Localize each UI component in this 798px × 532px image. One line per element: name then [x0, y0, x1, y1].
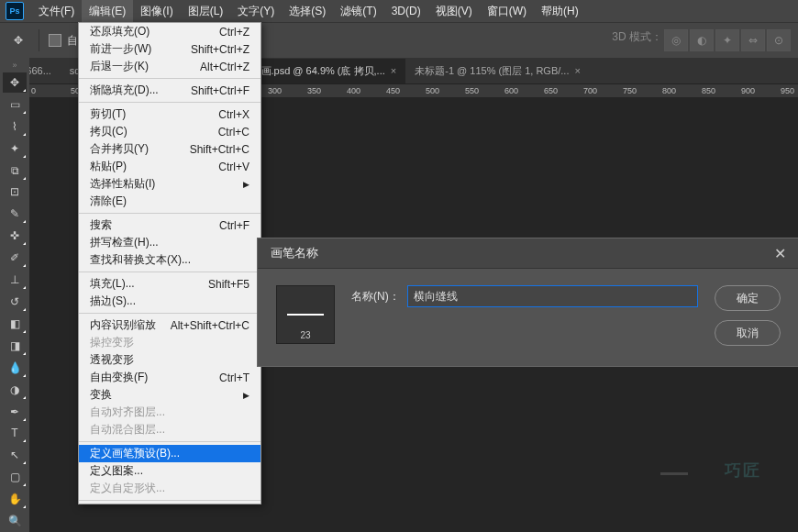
menu-item[interactable]: 描边(S)... — [79, 293, 260, 310]
menu-layer[interactable]: 图层(L) — [181, 0, 231, 23]
menu-file[interactable]: 文件(F) — [31, 0, 82, 23]
gradient-tool[interactable]: ◨ — [3, 336, 27, 356]
menu-item[interactable]: 拼写检查(H)... — [79, 234, 260, 251]
patch-tool[interactable]: ✜ — [3, 226, 27, 246]
menu-filter[interactable]: 滤镜(T) — [333, 0, 383, 23]
menu-item[interactable]: 粘贴(P)Ctrl+V — [79, 158, 260, 175]
brush-tool[interactable]: ✐ — [3, 248, 27, 268]
close-icon[interactable]: × — [574, 65, 580, 76]
menu-image[interactable]: 图像(I) — [133, 0, 180, 23]
menu-item[interactable]: 透视变形 — [79, 351, 260, 369]
lasso-tool[interactable]: ⌇ — [3, 116, 27, 137]
type-tool[interactable]: T — [3, 424, 27, 444]
stamp-tool[interactable]: ⊥ — [3, 270, 27, 290]
menu-item[interactable]: 变换▶ — [79, 386, 260, 404]
menu-item[interactable]: 选择性粘贴(I)▶ — [79, 175, 260, 193]
menu-item-label: 拼写检查(H)... — [90, 235, 159, 250]
menu-separator — [79, 441, 260, 442]
eyedropper-tool[interactable]: ✎ — [3, 204, 27, 224]
menu-item[interactable]: 内容识别缩放Alt+Shift+Ctrl+C — [79, 316, 260, 334]
brush-name-dialog: 画笔名称 ✕ 23 名称(N)： 确定 取消 — [257, 238, 798, 367]
marquee-tool[interactable]: ▭ — [3, 94, 27, 115]
watermark-line — [660, 472, 688, 475]
ruler-tick: 700 — [583, 86, 597, 95]
menu-select[interactable]: 选择(S) — [282, 0, 333, 23]
cancel-button[interactable]: 取消 — [715, 320, 781, 346]
menu-item[interactable]: 自由变换(F)Ctrl+T — [79, 369, 260, 386]
menu-item[interactable]: 定义画笔预设(B)... — [79, 445, 260, 462]
menu-shortcut: Shift+Ctrl+Z — [191, 43, 249, 56]
menu-item: 操控变形 — [79, 334, 260, 351]
menu-shortcut: Alt+Shift+Ctrl+C — [171, 319, 249, 332]
menu-item[interactable]: 定义图案... — [79, 462, 260, 480]
menu-window[interactable]: 窗口(W) — [480, 0, 534, 23]
menu-item-label: 描边(S)... — [90, 294, 136, 309]
3d-zoom-icon[interactable]: ⊙ — [767, 29, 791, 51]
menu-item[interactable]: 清除(E) — [79, 193, 260, 210]
brush-preview: 23 — [276, 285, 335, 344]
hand-tool[interactable]: ✋ — [3, 489, 27, 509]
close-icon[interactable]: ✕ — [774, 245, 786, 262]
brush-name-input[interactable] — [407, 285, 698, 307]
3d-roll-icon[interactable]: ◐ — [690, 29, 714, 51]
brush-size-label: 23 — [300, 330, 310, 340]
menu-item[interactable]: 填充(L)...Shift+F5 — [79, 275, 260, 293]
menu-view[interactable]: 视图(V) — [428, 0, 480, 23]
dodge-tool[interactable]: ◑ — [3, 380, 27, 400]
menu-help[interactable]: 帮助(H) — [534, 0, 586, 23]
tool-toggle[interactable]: » — [12, 61, 17, 70]
move-tool[interactable]: ✥ — [3, 72, 27, 93]
menu-item-label: 还原填充(O) — [90, 24, 150, 39]
3d-slide-icon[interactable]: ⇔ — [741, 29, 765, 51]
menu-item[interactable]: 后退一步(K)Alt+Ctrl+Z — [79, 58, 260, 75]
menu-item-label: 填充(L)... — [90, 276, 135, 292]
frame-tool[interactable]: ⊡ — [3, 183, 27, 203]
menu-item-label: 渐隐填充(D)... — [90, 83, 159, 98]
close-icon[interactable]: × — [391, 65, 396, 76]
menu-item-label: 选择性粘贴(I) — [90, 176, 155, 192]
menu-item[interactable]: 查找和替换文本(X)... — [79, 251, 260, 269]
ruler-tick: 650 — [544, 86, 558, 95]
menu-item-label: 变换 — [90, 387, 112, 403]
doc-tab-label: 未标题-1 @ 115% (图层 1, RGB/... — [415, 64, 569, 78]
eraser-tool[interactable]: ◧ — [3, 314, 27, 334]
doc-tab-3[interactable]: 未标题-1 @ 115% (图层 1, RGB/... × — [405, 59, 590, 83]
3d-pan-icon[interactable]: ✦ — [715, 29, 739, 51]
submenu-arrow-icon: ▶ — [243, 391, 249, 400]
menu-shortcut: Shift+Ctrl+C — [190, 143, 249, 156]
blur-tool[interactable]: 💧 — [3, 358, 27, 378]
tool-panel: » ✥ ▭ ⌇ ✦ ⧉ ⊡ ✎ ✜ ✐ ⊥ ↺ ◧ ◨ 💧 ◑ ✒ T ↖ ▢ … — [0, 57, 29, 532]
menu-item[interactable]: 渐隐填充(D)...Shift+Ctrl+F — [79, 82, 260, 99]
pen-tool[interactable]: ✒ — [3, 402, 27, 422]
path-tool[interactable]: ↖ — [3, 445, 27, 465]
zoom-tool[interactable]: 🔍 — [3, 511, 27, 531]
dialog-title: 画笔名称 — [271, 245, 318, 261]
menu-item-label: 剪切(T) — [90, 106, 126, 122]
menu-item[interactable]: 还原填充(O)Ctrl+Z — [79, 23, 260, 40]
wand-tool[interactable]: ✦ — [3, 139, 27, 159]
menu-item[interactable]: 合并拷贝(Y)Shift+Ctrl+C — [79, 140, 260, 158]
menu-edit[interactable]: 编辑(E) — [82, 0, 133, 23]
ok-button[interactable]: 确定 — [715, 285, 781, 311]
menu-item[interactable]: 搜索Ctrl+F — [79, 216, 260, 234]
menu-shortcut: Shift+F5 — [208, 278, 249, 291]
ruler-tick: 500 — [426, 86, 439, 95]
menu-item[interactable]: 拷贝(C)Ctrl+C — [79, 123, 260, 140]
menu-3d[interactable]: 3D(D) — [384, 1, 428, 21]
ruler-tick: 0 — [31, 86, 36, 95]
ruler-tick: 300 — [268, 86, 282, 95]
rectangle-tool[interactable]: ▢ — [3, 467, 27, 487]
menu-type[interactable]: 文字(Y) — [230, 0, 282, 23]
app-icon: Ps — [6, 2, 24, 20]
crop-tool[interactable]: ⧉ — [3, 161, 27, 181]
menu-separator — [79, 500, 260, 501]
ruler-tick: 600 — [504, 86, 518, 95]
menu-item[interactable]: 剪切(T)Ctrl+X — [79, 105, 260, 123]
history-brush-tool[interactable]: ↺ — [3, 292, 27, 312]
3d-orbit-icon[interactable]: ◎ — [664, 29, 688, 51]
menu-item-label: 前进一步(W) — [90, 41, 151, 57]
menu-item-label: 透视变形 — [90, 352, 134, 368]
auto-select-checkbox[interactable] — [49, 34, 61, 47]
menu-item[interactable]: 前进一步(W)Shift+Ctrl+Z — [79, 40, 260, 58]
menu-item-label: 后退一步(K) — [90, 59, 149, 74]
